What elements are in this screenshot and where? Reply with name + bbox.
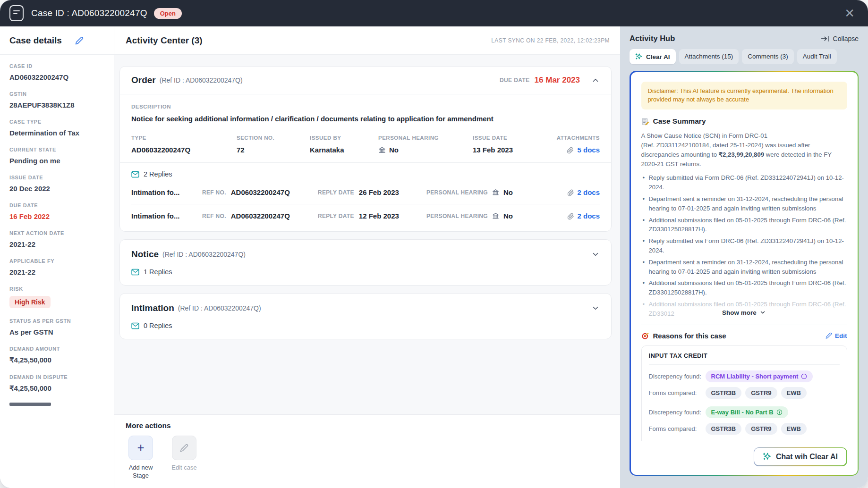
form-pill: EWB: [781, 423, 807, 435]
add-new-stage-button[interactable]: + Add new Stage: [126, 436, 156, 480]
edit-reasons-button[interactable]: Edit: [825, 332, 847, 339]
tab-clear-ai[interactable]: Clear AI: [630, 49, 676, 64]
sidebar-title: Case details: [9, 35, 62, 46]
envelope-icon: [131, 171, 139, 178]
case-summary-bullets: Reply submitted via Form DRC-06 (Ref. ZD…: [641, 173, 847, 318]
plus-icon: +: [137, 441, 144, 454]
info-icon[interactable]: [776, 409, 783, 415]
col-personal-hearing: PERSONAL HEARING No: [378, 135, 473, 154]
case-summary-intro: A Show Cause Notice (SCN) in Form DRC-01…: [641, 131, 847, 168]
due-date-label: DUE DATE: [500, 77, 530, 84]
order-docs-link[interactable]: 5 docs: [577, 146, 600, 154]
reasons-title: Reasons for this case: [653, 332, 726, 340]
reasons-section-title: INPUT TAX CREDIT: [649, 352, 840, 365]
due-date-value: 16 Mar 2023: [535, 76, 580, 85]
reply-row[interactable]: Intimation fo... REF NO.AD06032200247Q R…: [131, 181, 600, 204]
field-issue-date: ISSUE DATE20 Dec 2022: [9, 175, 104, 193]
field-current-state: CURRENT STATEPending on me: [9, 147, 104, 165]
field-due-date: DUE DATE16 Feb 2022: [9, 202, 104, 220]
form-pill: GSTR3B: [706, 387, 742, 399]
tab-comments[interactable]: Comments (3): [742, 49, 794, 64]
activity-center-title: Activity Center (3): [126, 35, 203, 46]
edit-case-details-icon[interactable]: [75, 36, 84, 45]
chevron-down-icon[interactable]: [591, 250, 600, 259]
info-icon[interactable]: [801, 373, 807, 379]
activity-hub-tabs: Clear AI Attachments (15) Comments (3) A…: [630, 49, 859, 64]
discrepancy-pill: RCM Liability - Short payment: [706, 370, 813, 382]
collapse-button[interactable]: Collapse: [821, 35, 859, 42]
description-text: Notice for seeking additional informatio…: [131, 115, 600, 123]
field-applicable-fy: APPLICABLE FY2021-22: [9, 258, 104, 276]
form-pill: GSTR9: [745, 387, 777, 399]
col-issued-by: ISSUED BYKarnataka: [310, 135, 378, 154]
envelope-icon: [131, 322, 139, 329]
reply-row[interactable]: Intimation fo... REF NO.AD06032200247Q R…: [131, 204, 600, 227]
more-actions-title: More actions: [126, 421, 609, 430]
col-section-no: SECTION NO.72: [237, 135, 310, 154]
intimation-card: Intimation (Ref ID : AD06032200247Q) 0 R…: [119, 293, 612, 339]
discrepancy-pill: E-way Bill - No Part B: [706, 406, 788, 418]
col-type: TYPEAD06032200247Q: [131, 135, 237, 154]
window-title: Case ID : AD06032200247Q: [31, 8, 147, 18]
activity-hub-panel: Activity Hub Collapse Clear AI Attachmen…: [620, 26, 868, 488]
form-pill: EWB: [781, 387, 807, 399]
field-gstin: GSTIN28AEPUF3838K1Z8: [9, 91, 104, 109]
notice-card: Notice (Ref ID : AD06032200247Q) 1 Repli…: [119, 239, 612, 286]
form-pill: GSTR9: [745, 423, 777, 435]
clipped-next-field: [9, 403, 51, 406]
more-actions-section: More actions + Add new Stage Edit case: [114, 414, 620, 488]
replies-count: 0 Replies: [144, 322, 172, 329]
bank-icon: [492, 212, 499, 219]
chevron-down-icon[interactable]: [591, 304, 600, 312]
reply-docs-link[interactable]: 2 docs: [577, 188, 600, 196]
field-demand-amount: DEMAND AMOUNT₹4,25,50,000: [9, 346, 104, 364]
show-more-button[interactable]: Show more: [641, 309, 847, 316]
tab-attachments[interactable]: Attachments (15): [679, 49, 739, 64]
case-summary-title: Case Summary: [653, 117, 706, 126]
tab-audit-trail[interactable]: Audit Trail: [797, 49, 837, 64]
col-attachments: ATTACHMENTS 5 docs: [551, 135, 600, 154]
order-card: Order (Ref ID : AD06032200247Q) DUE DATE…: [119, 66, 612, 232]
paperclip-icon: [567, 189, 574, 196]
case-document-icon: [9, 5, 24, 21]
sparkle-icon: [635, 53, 643, 60]
field-case-type: CASE TYPEDetermination of Tax: [9, 119, 104, 137]
field-case-id: CASE IDAD06032200247Q: [9, 63, 104, 81]
paperclip-icon: [567, 212, 574, 220]
field-status-gstn: STATUS AS PER GSTNAs per GSTN: [9, 318, 104, 336]
reply-docs-link[interactable]: 2 docs: [577, 212, 600, 220]
activity-hub-title: Activity Hub: [630, 34, 675, 43]
last-sync-text: LAST SYNC ON 22 FEB, 2022, 12:02:23PM: [491, 37, 610, 44]
reasons-card: INPUT TAX CREDIT Discrepency found: RCM …: [641, 345, 847, 441]
memo-icon: [641, 118, 649, 126]
notice-card-ref: (Ref ID : AD06032200247Q): [162, 251, 246, 258]
pencil-icon: [825, 332, 832, 339]
pencil-icon: [180, 444, 188, 452]
close-icon[interactable]: ✕: [844, 7, 855, 19]
case-detail-window: Case ID : AD06032200247Q Open ✕ Case det…: [0, 0, 868, 488]
risk-badge: High Risk: [9, 296, 51, 308]
sparkle-icon: [763, 452, 772, 461]
case-details-sidebar: Case details CASE IDAD06032200247Q GSTIN…: [0, 26, 114, 488]
top-bar: Case ID : AD06032200247Q Open ✕: [0, 0, 868, 26]
field-risk: RISKHigh Risk: [9, 286, 104, 308]
bank-icon: [378, 146, 386, 154]
paperclip-icon: [567, 146, 574, 154]
edit-case-button[interactable]: Edit case: [169, 436, 199, 480]
chat-with-clear-ai-button[interactable]: Chat wih Clear AI: [754, 448, 846, 465]
envelope-icon: [131, 269, 139, 276]
intimation-card-title: Intimation: [131, 303, 174, 313]
replies-count: 2 Replies: [144, 170, 172, 178]
clear-ai-card: Disclaimer: This AI feature is currently…: [630, 71, 859, 476]
order-card-ref: (Ref ID : AD06032200247Q): [160, 76, 243, 84]
notice-card-title: Notice: [131, 249, 159, 260]
field-demand-in-dispute: DEMAND IN DISPUTE₹4,25,50,000: [9, 374, 104, 393]
col-issue-date: ISSUE DATE13 Feb 2023: [473, 135, 551, 154]
collapse-icon: [821, 35, 829, 42]
field-next-action-date: NEXT ACTION DATE2021-22: [9, 230, 104, 248]
status-badge: Open: [154, 8, 182, 19]
activity-center: Activity Center (3) LAST SYNC ON 22 FEB,…: [114, 26, 620, 488]
bank-icon: [492, 189, 499, 196]
description-label: DESCRIPTION: [131, 104, 600, 109]
chevron-up-icon[interactable]: [591, 76, 600, 84]
